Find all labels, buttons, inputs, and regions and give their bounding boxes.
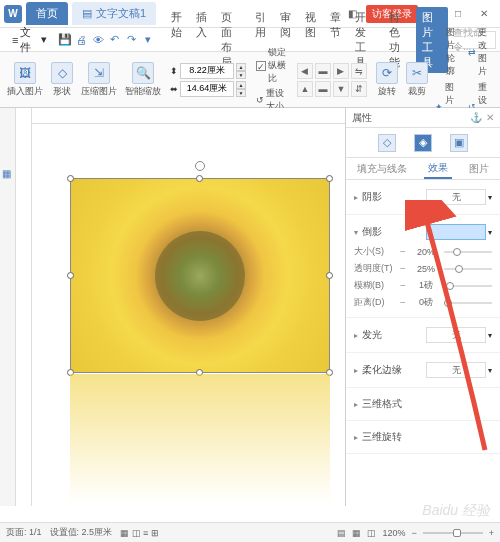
resize-handle-l[interactable] — [67, 272, 74, 279]
props-tab-effect[interactable]: ◈ — [414, 134, 432, 152]
blur-slider[interactable] — [444, 285, 492, 287]
minus-icon[interactable]: − — [398, 263, 408, 274]
chevron-down-icon[interactable]: ▾ — [488, 228, 492, 237]
insert-pic-icon[interactable]: 🖼 — [14, 62, 36, 84]
subtab-pic[interactable]: 图片 — [465, 160, 493, 178]
minus-icon[interactable]: − — [398, 297, 408, 308]
save-icon[interactable]: 💾 — [57, 32, 72, 48]
reflection-label: 倒影 — [362, 225, 426, 239]
image-reflection — [70, 374, 330, 504]
align-top-icon[interactable]: ▲ — [297, 81, 313, 97]
height-stepper[interactable]: ▲▼ — [236, 63, 246, 79]
reflection-preset[interactable] — [426, 224, 486, 240]
chevron-down-icon[interactable]: ▾ — [488, 331, 492, 340]
width-input[interactable] — [180, 81, 234, 97]
shadow-section[interactable]: ▸ 阴影 无 ▾ — [354, 186, 492, 208]
transparency-slider[interactable] — [444, 268, 492, 270]
transparency-value[interactable]: 25% — [412, 264, 440, 274]
chevron-down-icon[interactable]: ▾ — [488, 366, 492, 375]
resize-handle-tl[interactable] — [67, 175, 74, 182]
status-icons[interactable]: ▦ ◫ ≡ ⊞ — [120, 528, 159, 538]
shadow-value[interactable]: 无 — [426, 189, 486, 205]
sunflower-image — [71, 179, 329, 372]
blur-value[interactable]: 1磅 — [412, 279, 440, 292]
resize-handle-r[interactable] — [326, 272, 333, 279]
close-icon[interactable]: ✕ — [486, 112, 494, 123]
vertical-ruler — [16, 108, 32, 506]
props-tab-fill[interactable]: ◇ — [378, 134, 396, 152]
chevron-right-icon: ▸ — [354, 193, 358, 202]
shape-icon[interactable]: ◇ — [51, 62, 73, 84]
smartzoom-icon[interactable]: 🔍 — [132, 62, 154, 84]
view-icon-3[interactable]: ◫ — [367, 528, 376, 538]
minus-icon[interactable]: − — [398, 246, 408, 257]
flip-v-icon[interactable]: ⇵ — [351, 81, 367, 97]
crop-label: 裁剪 — [408, 85, 426, 98]
align-center-icon[interactable]: ▬ — [315, 63, 331, 79]
softedge-value[interactable]: 无 — [426, 362, 486, 378]
size-value[interactable]: 20% — [412, 247, 440, 257]
undo-icon[interactable]: ↶ — [107, 32, 122, 48]
chevron-right-icon: ▸ — [354, 366, 358, 375]
compress-icon[interactable]: ⇲ — [88, 62, 110, 84]
app-logo: W — [4, 5, 22, 23]
align-mid-icon[interactable]: ▬ — [315, 81, 331, 97]
rotate-icon[interactable]: ⟳ — [376, 62, 398, 84]
zoom-value[interactable]: 120% — [382, 528, 405, 538]
props-title: 属性 — [352, 111, 372, 125]
nav-icon[interactable]: ▦ — [2, 168, 14, 180]
align-right-icon[interactable]: ▶ — [333, 63, 349, 79]
chevron-down-icon[interactable]: ▾ — [488, 193, 492, 202]
subtab-fill[interactable]: 填充与线条 — [353, 160, 411, 178]
pic-contour-button[interactable]: ▭图片轮廓 — [433, 25, 463, 79]
insert-pic-label: 插入图片 — [7, 85, 43, 98]
props-tab-pic[interactable]: ▣ — [450, 134, 468, 152]
smartzoom-label: 智能缩放 — [125, 85, 161, 98]
zoom-slider[interactable] — [423, 532, 483, 534]
threed-format-section[interactable]: ▸ 三维格式 — [354, 394, 492, 414]
threed-rotate-section[interactable]: ▸ 三维旋转 — [354, 427, 492, 447]
change-pic-button[interactable]: ⇄更改图片 — [466, 25, 496, 79]
resize-handle-t[interactable] — [196, 175, 203, 182]
redo-icon[interactable]: ↷ — [124, 32, 139, 48]
preview-icon[interactable]: 👁 — [91, 32, 106, 48]
section-value: 设置值: 2.5厘米 — [50, 526, 113, 539]
zoom-out-icon[interactable]: − — [411, 528, 416, 538]
width-stepper[interactable]: ▲▼ — [236, 81, 246, 97]
resize-handle-tr[interactable] — [326, 175, 333, 182]
menu-icon: ≡ — [12, 34, 18, 46]
view-icon-1[interactable]: ▤ — [337, 528, 346, 538]
threed-format-label: 三维格式 — [362, 397, 492, 411]
minus-icon[interactable]: − — [398, 280, 408, 291]
reflection-section[interactable]: ▾ 倒影 ▾ — [354, 221, 492, 243]
maximize-button[interactable]: □ — [446, 4, 470, 24]
blur-label: 模糊(B) — [354, 279, 394, 292]
file-menu[interactable]: ≡ 文件 ▾ — [4, 23, 55, 57]
selected-image[interactable] — [70, 178, 330, 373]
view-icon-2[interactable]: ▦ — [352, 528, 361, 538]
distance-value[interactable]: 0磅 — [412, 296, 440, 309]
close-button[interactable]: ✕ — [472, 4, 496, 24]
properties-panel: 属性 ⚓ ✕ ◇ ◈ ▣ 填充与线条 效果 图片 ▸ 阴影 无 ▾ — [345, 108, 500, 506]
align-left-icon[interactable]: ◀ — [297, 63, 313, 79]
pin-icon[interactable]: ⚓ — [470, 112, 482, 123]
softedge-section[interactable]: ▸ 柔化边缘 无 ▾ — [354, 359, 492, 381]
zoom-in-icon[interactable]: + — [489, 528, 494, 538]
distance-slider[interactable] — [444, 302, 492, 304]
glow-section[interactable]: ▸ 发光 无 ▾ — [354, 324, 492, 346]
document-canvas[interactable] — [32, 124, 345, 506]
lock-ratio-checkbox[interactable]: ✓ 锁定纵横比 — [256, 46, 287, 85]
chevron-down-icon[interactable]: ▾ — [141, 32, 156, 48]
crop-icon[interactable]: ✂ — [406, 62, 428, 84]
glow-value[interactable]: 无 — [426, 327, 486, 343]
print-icon[interactable]: 🖨 — [74, 32, 89, 48]
subtab-effect[interactable]: 效果 — [424, 159, 452, 179]
align-bot-icon[interactable]: ▼ — [333, 81, 349, 97]
doc-sidebar: ▦ — [0, 108, 16, 506]
threed-rotate-label: 三维旋转 — [362, 430, 492, 444]
height-input[interactable] — [180, 63, 234, 79]
page-indicator[interactable]: 页面: 1/1 — [6, 526, 42, 539]
size-slider[interactable] — [444, 251, 492, 253]
flip-h-icon[interactable]: ⇋ — [351, 63, 367, 79]
rotate-handle[interactable] — [195, 161, 205, 171]
